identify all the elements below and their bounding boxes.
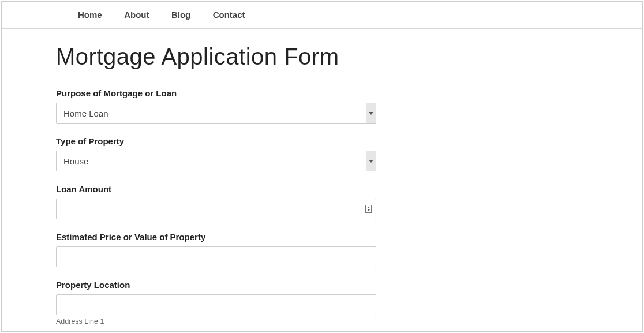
input-estimated-value[interactable] (56, 246, 376, 267)
select-purpose-value[interactable]: Home Loan (56, 103, 376, 124)
nav-blog[interactable]: Blog (171, 10, 190, 20)
input-address-line-1[interactable] (56, 294, 376, 315)
label-loan-amount: Loan Amount (56, 184, 376, 194)
nav-contact[interactable]: Contact (213, 10, 245, 20)
label-property-type: Type of Property (56, 136, 376, 146)
select-property-type[interactable]: House (56, 151, 376, 171)
app-frame: Home About Blog Contact Mortgage Applica… (1, 1, 643, 332)
chevron-down-icon[interactable] (366, 103, 376, 124)
main-content: Mortgage Application Form Purpose of Mor… (2, 29, 642, 325)
select-property-type-value[interactable]: House (56, 151, 376, 171)
select-purpose[interactable]: Home Loan (56, 103, 376, 124)
chevron-down-icon[interactable] (366, 151, 376, 171)
sublabel-address-line-1: Address Line 1 (56, 317, 376, 325)
nav-home[interactable]: Home (78, 10, 102, 20)
field-property-type: Type of Property House (56, 136, 376, 171)
field-property-location: Property Location Address Line 1 (56, 280, 376, 325)
field-estimated-value: Estimated Price or Value of Property (56, 232, 376, 267)
label-property-location: Property Location (56, 280, 376, 290)
page-title: Mortgage Application Form (56, 44, 588, 70)
field-loan-amount: Loan Amount (56, 184, 376, 219)
input-loan-amount[interactable] (56, 199, 376, 219)
label-purpose: Purpose of Mortgage or Loan (56, 88, 376, 98)
nav-about[interactable]: About (124, 10, 149, 20)
label-estimated-value: Estimated Price or Value of Property (56, 232, 376, 242)
top-nav: Home About Blog Contact (2, 2, 642, 29)
field-purpose: Purpose of Mortgage or Loan Home Loan (56, 88, 376, 124)
